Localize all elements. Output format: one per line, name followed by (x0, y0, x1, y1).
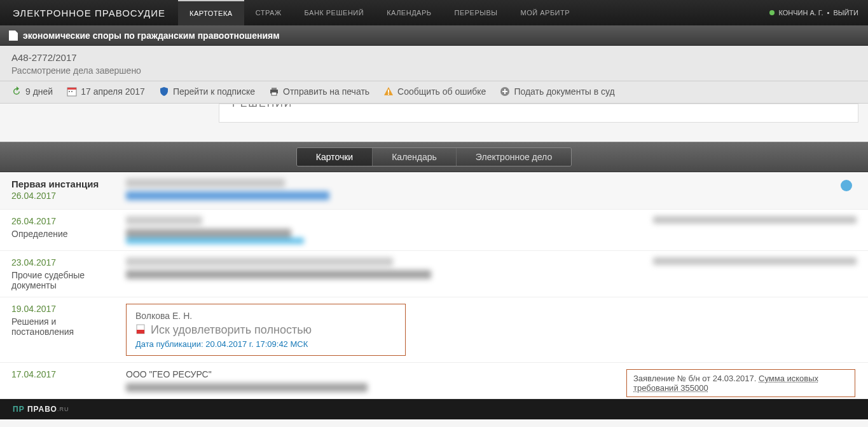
event-date: 26.04.2017 (11, 216, 113, 226)
svg-rect-8 (388, 93, 389, 95)
nav-item-strazh[interactable]: СТРАЖ (244, 0, 293, 25)
tab-calendar[interactable]: Календарь (373, 148, 457, 166)
event-type: Решения и постановления (11, 316, 113, 337)
svg-rect-2 (69, 91, 70, 92)
event-row[interactable]: 17.04.2017 ООО "ГЕО РЕСУРС" Заявление № … (0, 363, 868, 399)
nav-menu: КАРТОТЕКА СТРАЖ БАНК РЕШЕНИЙ КАЛЕНДАРЬ П… (178, 0, 581, 25)
event-type: Определение (11, 229, 113, 239)
top-nav: ЭЛЕКТРОННОЕ ПРАВОСУДИЕ КАРТОТЕКА СТРАЖ Б… (0, 0, 868, 25)
event-author: Волкова Е. Н. (135, 311, 396, 321)
svg-rect-5 (272, 88, 277, 90)
nav-item-kartoteka[interactable]: КАРТОТЕКА (178, 0, 244, 25)
event-date: 17.04.2017 (11, 369, 113, 379)
case-number: А48-2772/2017 (11, 52, 857, 63)
nav-item-calendar[interactable]: КАЛЕНДАРЬ (375, 0, 443, 25)
blurred-right (653, 257, 857, 290)
event-date: 19.04.2017 (11, 304, 113, 314)
pdf-icon (135, 324, 146, 336)
print-label: Отправить на печать (283, 86, 369, 97)
claim-prefix: Заявление № б/н от 24.03.2017. (633, 374, 759, 383)
partial-section: РЕШЕНИЙ (219, 104, 858, 123)
footer-logo-text: ПРАВО (27, 405, 57, 414)
event-row[interactable]: 23.04.2017 Прочие судебные документы (0, 251, 868, 297)
tab-cards[interactable]: Карточки (297, 148, 373, 166)
event-date: 23.04.2017 (11, 257, 113, 268)
nav-item-breaks[interactable]: ПЕРЕРЫВЫ (443, 0, 509, 25)
partial-label: РЕШЕНИЙ (232, 104, 293, 109)
tool-days[interactable]: 9 дней (11, 86, 53, 97)
report-label: Сообщить об ошибке (397, 86, 486, 97)
status-dot-icon (841, 180, 852, 191)
blurred-right (653, 216, 857, 244)
subscribe-label: Перейти к подписке (173, 86, 255, 97)
print-icon (269, 86, 279, 97)
user-name: КОНЧИН А. Г. (778, 9, 823, 17)
footer: ПР ПРАВО.RU (0, 399, 868, 419)
separator: • (827, 9, 830, 17)
shield-icon (159, 86, 169, 97)
svg-rect-1 (67, 88, 76, 90)
tab-ecase[interactable]: Электронное дело (457, 148, 571, 166)
date-label: 17 апреля 2017 (81, 86, 145, 97)
plus-circle-icon (500, 86, 510, 97)
online-dot-icon (769, 10, 775, 15)
calendar-icon (67, 86, 77, 97)
tool-submit[interactable]: Подать документы в суд (500, 86, 614, 97)
tool-print[interactable]: Отправить на печать (269, 86, 369, 97)
event-body-highlighted: Волкова Е. Н. Иск удовлетворить полность… (126, 304, 406, 356)
svg-rect-7 (388, 90, 389, 93)
case-toolbar: 9 дней 17 апреля 2017 Перейти к подписке… (0, 81, 868, 104)
claim-box: Заявление № б/н от 24.03.2017. Сумма иск… (626, 369, 855, 397)
nav-item-arbitr[interactable]: МОЙ АРБИТР (509, 0, 582, 25)
svg-rect-3 (71, 91, 72, 92)
event-row[interactable]: 26.04.2017 Определение (0, 210, 868, 251)
view-tabs-wrap: Карточки Календарь Электронное дело (0, 142, 868, 172)
instance-date: 26.04.2017 (11, 191, 113, 201)
instance-header-row: Первая инстанция 26.04.2017 (0, 172, 868, 210)
event-title[interactable]: Иск удовлетворить полностью (151, 323, 312, 337)
instance-label: Первая инстанция (11, 179, 113, 189)
svg-rect-6 (272, 92, 277, 95)
event-row-highlighted[interactable]: 19.04.2017 Решения и постановления Волко… (0, 297, 868, 363)
blurred-content (126, 179, 857, 203)
submit-label: Подать документы в суд (514, 86, 614, 97)
warning-icon (383, 86, 394, 97)
view-tabs: Карточки Календарь Электронное дело (296, 147, 572, 166)
case-status: Рассмотрение дела завершено (11, 65, 857, 76)
refresh-icon (11, 86, 22, 97)
footer-logo-prefix: ПР (13, 405, 25, 414)
brand-title: ЭЛЕКТРОННОЕ ПРАВОСУДИЕ (0, 0, 178, 25)
document-icon (9, 30, 18, 41)
tool-date[interactable]: 17 апреля 2017 (67, 86, 145, 97)
tool-subscribe[interactable]: Перейти к подписке (159, 86, 255, 97)
case-type-label: экономические споры по гражданским право… (23, 30, 280, 41)
case-header: А48-2772/2017 Рассмотрение дела завершен… (0, 46, 868, 81)
user-block: КОНЧИН А. Г. • ВЫЙТИ (760, 0, 868, 25)
case-type-bar: экономические споры по гражданским право… (0, 25, 868, 46)
event-pubdate: Дата публикации: 20.04.2017 г. 17:09:42 … (135, 339, 396, 349)
svg-rect-11 (502, 91, 507, 92)
events-list: Первая инстанция 26.04.2017 26.04.2017 О… (0, 172, 868, 399)
blurred-content (126, 257, 640, 290)
event-type: Прочие судебные документы (11, 270, 113, 290)
days-label: 9 дней (25, 86, 53, 97)
svg-rect-13 (137, 330, 144, 334)
logout-link[interactable]: ВЫЙТИ (833, 9, 858, 17)
nav-item-bank[interactable]: БАНК РЕШЕНИЙ (293, 0, 376, 25)
footer-logo-suffix: .RU (57, 406, 69, 412)
tool-report[interactable]: Сообщить об ошибке (383, 86, 486, 97)
blurred-content (126, 216, 640, 244)
